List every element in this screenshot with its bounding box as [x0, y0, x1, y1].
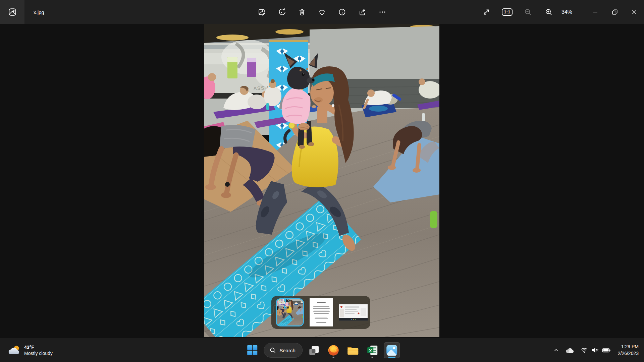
document-line	[313, 306, 329, 307]
photos-taskbar-button[interactable]	[384, 342, 400, 358]
running-indicator	[371, 357, 373, 358]
running-indicator	[332, 357, 334, 358]
network-volume-battery-button[interactable]	[578, 343, 613, 358]
chevron-up-icon	[553, 347, 559, 353]
photo-canvas[interactable]	[204, 24, 439, 337]
battery-icon	[602, 348, 611, 353]
firefox-button[interactable]	[325, 342, 341, 358]
edit-image-button[interactable]	[254, 4, 270, 20]
restore-icon	[611, 8, 619, 16]
info-icon	[338, 8, 346, 16]
taskbar-search-box[interactable]: Search	[264, 343, 303, 358]
delete-button[interactable]	[294, 4, 310, 20]
start-button[interactable]	[244, 342, 260, 358]
minimize-icon	[591, 8, 599, 16]
wifi-icon	[581, 347, 588, 353]
volume-muted-icon	[591, 347, 599, 353]
search-icon	[269, 347, 276, 354]
edit-image-icon	[258, 8, 266, 16]
close-button[interactable]	[625, 0, 644, 24]
zoom-out-icon	[524, 8, 532, 16]
photos-icon	[386, 344, 398, 356]
windows-start-icon	[247, 345, 258, 356]
task-view-icon	[308, 345, 320, 356]
filmstrip-thumb-screenshot[interactable]	[339, 304, 368, 321]
document-line	[315, 317, 327, 317]
tray-time: 1:29 PM	[618, 344, 639, 350]
weather-widget[interactable]: 43°F Mostly cloudy	[4, 338, 56, 362]
zoom-out-button[interactable]	[520, 4, 536, 20]
document-line	[314, 313, 329, 314]
see-more-icon	[378, 8, 386, 16]
info-button[interactable]	[334, 4, 350, 20]
app-screenshot-thumbnail	[339, 304, 368, 320]
see-more-button[interactable]	[374, 4, 390, 20]
excel-button[interactable]: X	[364, 342, 380, 358]
fit-to-window-icon	[482, 8, 490, 16]
share-icon	[358, 8, 366, 16]
weather-condition: Mostly cloudy	[24, 350, 53, 356]
weather-icon	[7, 345, 21, 356]
document-line	[315, 318, 328, 319]
weather-text: 43°F Mostly cloudy	[24, 344, 53, 356]
zoom-in-button[interactable]	[541, 4, 557, 20]
photos-app-button[interactable]	[0, 0, 24, 24]
photo-toolbar	[254, 0, 390, 24]
document-line	[313, 308, 330, 309]
firefox-icon	[327, 344, 339, 356]
view-controls: 1:1	[478, 0, 644, 24]
minimize-button[interactable]	[586, 0, 605, 24]
file-explorer-button[interactable]	[345, 342, 361, 358]
svg-text:X: X	[369, 348, 372, 353]
share-button[interactable]	[354, 4, 370, 20]
hidden-icons-button[interactable]	[551, 343, 561, 358]
document-line	[317, 302, 326, 303]
onedrive-cloud-icon	[565, 347, 575, 354]
excel-icon: X	[367, 345, 378, 356]
rotate-icon	[278, 8, 286, 16]
system-tray: 1:29 PM 2/26/2023	[551, 338, 641, 362]
filename: x.jpg	[34, 0, 44, 24]
favorite-button[interactable]	[314, 4, 330, 20]
fit-to-window-button[interactable]	[478, 4, 494, 20]
yoga-photo	[204, 24, 439, 337]
filmstrip	[271, 296, 370, 329]
rotate-button[interactable]	[274, 4, 290, 20]
clock[interactable]: 1:29 PM 2/26/2023	[614, 344, 641, 357]
document-line	[313, 311, 330, 312]
document-line	[314, 310, 329, 310]
titlebar: x.jpg	[0, 0, 644, 24]
zoom-in-icon	[545, 8, 553, 16]
delete-icon	[298, 8, 306, 16]
filmstrip-thumb-current[interactable]	[276, 298, 304, 326]
file-explorer-icon	[347, 345, 359, 355]
taskbar-apps: Search	[244, 338, 400, 362]
filmstrip-thumb-document[interactable]	[310, 298, 333, 326]
restore-button[interactable]	[605, 0, 625, 24]
active-indicator	[388, 357, 395, 358]
close-icon	[630, 8, 638, 16]
weather-temperature: 43°F	[24, 344, 53, 350]
heart-icon	[318, 8, 326, 16]
actual-size-label: 1:1	[502, 8, 513, 16]
actual-size-button[interactable]: 1:1	[499, 4, 515, 20]
onedrive-button[interactable]	[563, 343, 577, 358]
zoom-level: 34%	[561, 9, 577, 15]
taskbar: 43°F Mostly cloudy Search	[0, 338, 644, 362]
tray-date: 2/26/2023	[618, 350, 639, 357]
yoga-photo-thumbnail	[277, 299, 303, 325]
photos-gallery-icon	[8, 8, 17, 16]
search-label: Search	[279, 348, 296, 353]
task-view-button[interactable]	[306, 342, 322, 358]
document-line	[316, 322, 326, 323]
